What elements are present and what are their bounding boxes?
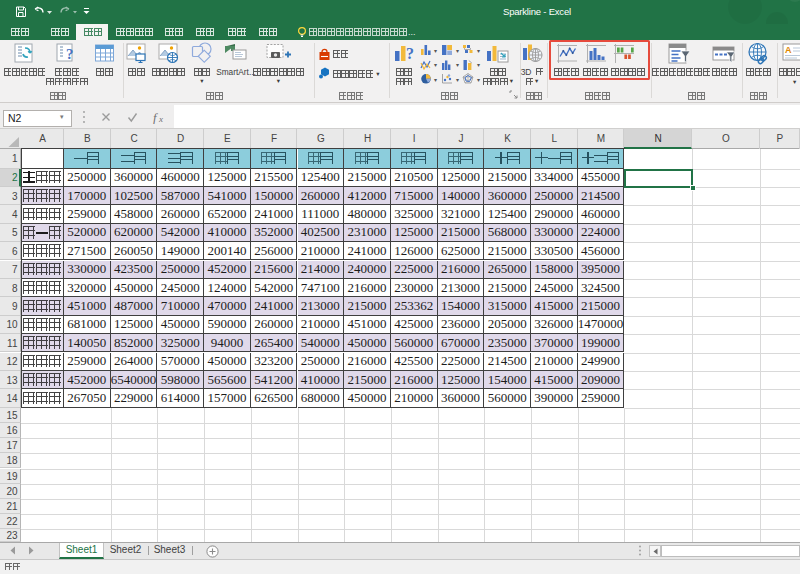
svg-text:f: f xyxy=(153,111,158,124)
svg-text:?: ? xyxy=(406,45,414,62)
svg-text:A: A xyxy=(785,45,792,55)
svg-text:?: ? xyxy=(66,46,74,62)
svg-text:x: x xyxy=(158,114,163,124)
